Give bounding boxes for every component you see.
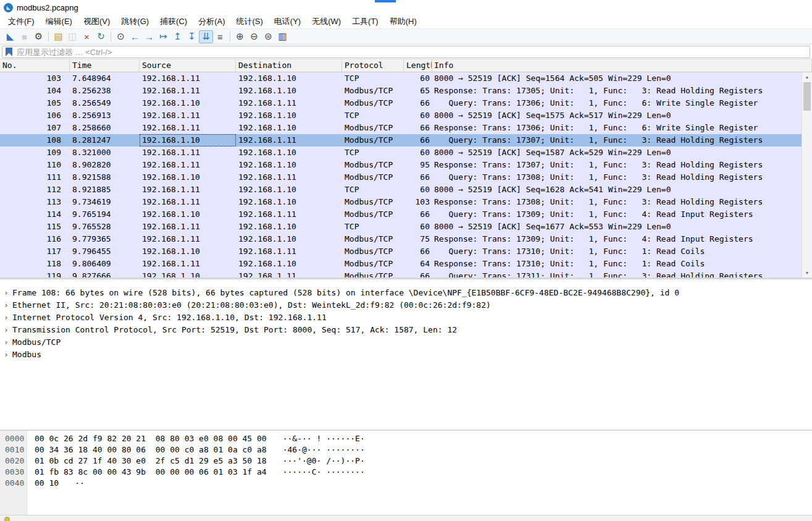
column-header-length[interactable]: Length — [404, 59, 432, 72]
packet-row[interactable]: 105 8.256549 192.168.1.10 192.168.1.11 M… — [0, 97, 812, 109]
capture-options-icon[interactable]: ⚙ — [31, 30, 46, 43]
hex-bytes[interactable]: 00 0c 26 2d f9 82 20 21 08 80 03 e0 08 0… — [27, 433, 267, 444]
colorize-icon[interactable]: ≡ — [213, 30, 227, 43]
menu-item[interactable]: 统计(S) — [230, 15, 268, 28]
packet-row[interactable]: 104 8.256238 192.168.1.11 192.168.1.10 M… — [0, 85, 812, 97]
menu-item[interactable]: 捕获(C) — [154, 15, 193, 28]
menu-item[interactable]: 帮助(H) — [384, 15, 422, 28]
cell-source: 192.168.1.11 — [140, 109, 236, 122]
scroll-up-icon[interactable]: ▲ — [802, 72, 812, 82]
cell-source: 192.168.1.11 — [140, 72, 236, 85]
expand-arrow-icon[interactable]: › — [0, 287, 12, 299]
packet-row[interactable]: 117 9.796455 192.168.1.10 192.168.1.11 M… — [0, 245, 812, 258]
scrollbar-thumb[interactable] — [803, 82, 811, 111]
cell-info: Query: Trans: 17306; Unit: 1, Func: 6: W… — [432, 97, 812, 109]
packet-row[interactable]: 108 8.281247 192.168.1.10 192.168.1.11 M… — [0, 134, 812, 146]
display-filter-box[interactable] — [2, 46, 810, 58]
menu-item[interactable]: 跳转(G) — [115, 15, 154, 28]
scroll-down-icon[interactable]: ▼ — [802, 268, 812, 277]
column-header-time[interactable]: Time — [70, 59, 140, 72]
hex-ascii[interactable]: ·46·@··· ········ — [267, 444, 365, 455]
expert-info-icon[interactable] — [4, 517, 10, 521]
cell-no: 104 — [0, 85, 70, 97]
packet-row[interactable]: 106 8.256913 192.168.1.11 192.168.1.10 T… — [0, 109, 812, 122]
toolbar-separator[interactable] — [46, 30, 51, 43]
go-to-packet-icon[interactable]: ↦ — [156, 30, 170, 43]
menu-item[interactable]: 编辑(E) — [40, 15, 78, 28]
close-file-icon[interactable]: × — [80, 30, 94, 43]
detail-row[interactable]: › Ethernet II, Src: 20:21:08:80:03:e0 (2… — [0, 299, 812, 311]
menu-item[interactable]: 分析(A) — [193, 15, 230, 28]
hex-row[interactable]: 0040 00 10 ·· — [0, 478, 812, 489]
menu-item[interactable]: 无线(W) — [306, 15, 346, 28]
hex-row[interactable]: 0020 01 0b cd 27 1f 40 30 e0 2f c5 d1 29… — [0, 455, 812, 467]
expand-arrow-icon[interactable]: › — [0, 299, 12, 311]
reload-file-icon[interactable]: ↻ — [94, 30, 108, 43]
column-header-destination[interactable]: Destination — [236, 59, 342, 72]
hex-ascii[interactable]: ··&-·· ! ······E· — [267, 433, 365, 444]
packet-row[interactable]: 116 9.779365 192.168.1.11 192.168.1.10 M… — [0, 233, 812, 245]
zoom-reset-icon[interactable]: ⊜ — [261, 30, 275, 43]
detail-row[interactable]: › Frame 108: 66 bytes on wire (528 bits)… — [0, 287, 812, 299]
packet-row[interactable]: 115 9.765528 192.168.1.11 192.168.1.10 T… — [0, 221, 812, 233]
column-header-no[interactable]: No. — [0, 59, 70, 72]
detail-row[interactable]: › Modbus — [0, 349, 812, 361]
go-back-icon[interactable]: ← — [128, 30, 142, 43]
hex-ascii[interactable]: ·· — [59, 478, 85, 489]
column-header-protocol[interactable]: Protocol — [342, 59, 404, 72]
zoom-in-icon[interactable]: ⊕ — [233, 30, 247, 43]
hex-bytes[interactable]: 01 0b cd 27 1f 40 30 e0 2f c5 d1 29 e5 a… — [27, 455, 267, 467]
stop-capture-icon[interactable]: ■ — [17, 30, 31, 43]
hex-row[interactable]: 0000 00 0c 26 2d f9 82 20 21 08 80 03 e0… — [0, 433, 812, 444]
go-forward-icon[interactable]: → — [142, 30, 156, 43]
go-first-packet-icon[interactable]: ↥ — [170, 30, 185, 43]
menu-item[interactable]: 电话(Y) — [269, 15, 306, 28]
hex-ascii[interactable]: ···'·@0· /··)··P· — [267, 455, 365, 467]
packet-row[interactable]: 112 8.921885 192.168.1.11 192.168.1.10 T… — [0, 184, 812, 196]
start-capture-icon[interactable]: ◣ — [3, 30, 17, 43]
packet-row[interactable]: 103 7.648964 192.168.1.11 192.168.1.10 T… — [0, 72, 812, 85]
display-filter-input[interactable] — [17, 47, 806, 57]
hex-ascii[interactable]: ······C· ········ — [267, 467, 365, 478]
hex-row[interactable]: 0010 00 34 36 18 40 00 80 06 00 00 c0 a8… — [0, 444, 812, 455]
hex-row[interactable]: 0030 01 fb 83 8c 00 00 43 9b 00 00 00 06… — [0, 467, 812, 478]
expand-arrow-icon[interactable]: › — [0, 336, 12, 349]
detail-row[interactable]: › Transmission Control Protocol, Src Por… — [0, 324, 812, 336]
packet-row[interactable]: 114 9.765194 192.168.1.10 192.168.1.11 M… — [0, 208, 812, 221]
column-header-info[interactable]: Info — [432, 59, 812, 72]
toolbar-separator[interactable] — [108, 30, 114, 43]
detail-row[interactable]: › Internet Protocol Version 4, Src: 192.… — [0, 311, 812, 324]
cell-no: 109 — [0, 146, 70, 159]
packet-row[interactable]: 107 8.258660 192.168.1.11 192.168.1.10 M… — [0, 122, 812, 134]
cell-protocol: TCP — [342, 184, 404, 196]
packet-row[interactable]: 113 9.734619 192.168.1.11 192.168.1.10 M… — [0, 196, 812, 208]
save-file-icon[interactable]: ◫ — [65, 30, 80, 43]
hex-bytes[interactable]: 00 34 36 18 40 00 80 06 00 00 c0 a8 01 0… — [27, 444, 267, 455]
packet-row[interactable]: 118 9.806409 192.168.1.11 192.168.1.10 M… — [0, 258, 812, 270]
packet-row[interactable]: 119 9.827666 192.168.1.10 192.168.1.11 M… — [0, 270, 812, 277]
cell-time: 8.256913 — [70, 109, 140, 122]
expand-arrow-icon[interactable]: › — [0, 349, 12, 361]
resize-columns-icon[interactable]: ▥ — [275, 30, 290, 43]
cell-length: 66 — [404, 97, 432, 109]
find-packet-icon[interactable]: ⊙ — [114, 30, 128, 43]
column-header-source[interactable]: Source — [140, 59, 236, 72]
hex-bytes[interactable]: 01 fb 83 8c 00 00 43 9b 00 00 00 06 01 0… — [27, 467, 267, 478]
menu-item[interactable]: 工具(T) — [346, 15, 384, 28]
packet-row[interactable]: 110 8.902820 192.168.1.11 192.168.1.10 M… — [0, 159, 812, 171]
packet-row[interactable]: 111 8.921588 192.168.1.10 192.168.1.11 M… — [0, 171, 812, 184]
go-last-packet-icon[interactable]: ↧ — [185, 30, 199, 43]
open-file-icon[interactable]: ▤ — [51, 30, 65, 43]
packet-list-scrollbar[interactable]: ▲ ▼ — [802, 72, 812, 277]
expand-arrow-icon[interactable]: › — [0, 324, 12, 336]
detail-row[interactable]: › Modbus/TCP — [0, 336, 812, 349]
filter-bookmark-icon[interactable] — [6, 48, 12, 56]
hex-bytes[interactable]: 00 10 — [27, 478, 59, 489]
expand-arrow-icon[interactable]: › — [0, 311, 12, 324]
packet-row[interactable]: 109 8.321000 192.168.1.11 192.168.1.10 T… — [0, 146, 812, 159]
auto-scroll-icon[interactable]: ⇊ — [199, 30, 213, 43]
toolbar-separator[interactable] — [227, 30, 233, 43]
menu-item[interactable]: 视图(V) — [78, 15, 115, 28]
zoom-out-icon[interactable]: ⊖ — [247, 30, 261, 43]
menu-item[interactable]: 文件(F) — [2, 15, 40, 28]
